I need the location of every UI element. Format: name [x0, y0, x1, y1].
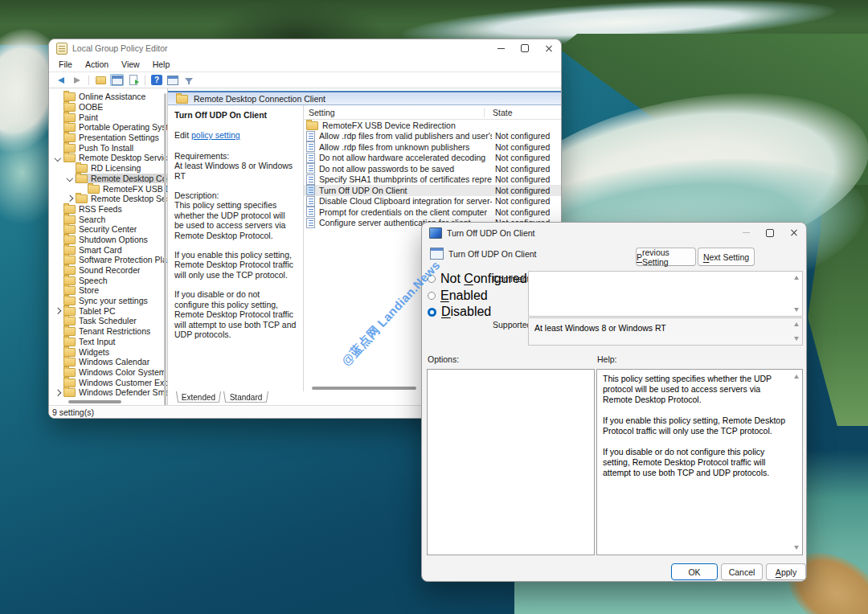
scroll-down-icon[interactable]	[794, 337, 799, 341]
folder-icon	[63, 276, 76, 285]
settings-row-disable-cloud-clipboard-integration-for-[interactable]: Disable Cloud Clipboard integration for …	[304, 196, 561, 207]
tree-item-software-protection-platform[interactable]: Software Protection Platform	[49, 255, 167, 265]
tab-standard[interactable]: Standard	[223, 391, 268, 403]
back-icon[interactable]	[54, 74, 68, 86]
tree-item-remote-desktop-connection-client[interactable]: Remote Desktop Connection Client	[49, 174, 167, 184]
settings-row-specify-sha1-thumbprints-of-certificates[interactable]: Specify SHA1 thumbprints of certificates…	[304, 174, 561, 186]
policy-dialog: Turn Off UDP On Client Turn Off UDP On C…	[421, 222, 807, 582]
tree-item-paint[interactable]: Paint	[49, 112, 167, 122]
tree-item-task-scheduler[interactable]: Task Scheduler	[49, 316, 167, 326]
tree-item-tenant-restrictions[interactable]: Tenant Restrictions	[49, 326, 167, 337]
tree-item-store[interactable]: Store	[49, 285, 167, 296]
radio-enabled[interactable]: Enabled	[428, 289, 488, 303]
console-window-icon[interactable]	[166, 74, 179, 86]
settings-row-prompt-for-credentials-on-the-client-com[interactable]: Prompt for credentials on the client com…	[304, 207, 561, 218]
apply-button[interactable]: Apply	[766, 563, 806, 580]
tree-item-speech[interactable]: Speech	[49, 275, 167, 285]
tree-item-sound-recorder[interactable]: Sound Recorder	[49, 265, 167, 276]
tree-item-oobe[interactable]: OOBE	[49, 102, 167, 113]
tree-item-tablet-pc[interactable]: Tablet PC	[49, 305, 167, 316]
tree-item-rss-feeds[interactable]: RSS Feeds	[49, 204, 167, 215]
radio-disabled[interactable]: Disabled	[428, 305, 491, 319]
scroll-down-icon[interactable]	[794, 546, 799, 550]
forward-icon[interactable]	[70, 74, 84, 86]
tree-item-rd-licensing[interactable]: RD Licensing	[49, 163, 167, 174]
folder-icon	[63, 103, 76, 112]
filter-icon[interactable]	[182, 74, 195, 86]
radio-icon[interactable]	[428, 275, 436, 283]
tree-item-label: Sound Recorder	[79, 265, 140, 275]
dialog-titlebar[interactable]: Turn Off UDP On Client	[422, 223, 806, 243]
menu-file[interactable]: File	[52, 59, 79, 69]
folder-icon	[63, 388, 76, 397]
help-icon[interactable]: ?	[151, 75, 162, 85]
maximize-button[interactable]	[513, 39, 537, 57]
radio-selected-icon[interactable]	[428, 308, 436, 317]
chevron-expanded-icon[interactable]	[64, 176, 75, 181]
gpedit-titlebar[interactable]: Local Group Policy Editor	[49, 39, 561, 57]
chevron-expanded-icon[interactable]	[52, 156, 63, 161]
show-console-tree-icon[interactable]	[110, 74, 124, 86]
tree-item-smart-card[interactable]: Smart Card	[49, 244, 167, 255]
chevron-collapsed-icon[interactable]	[52, 309, 63, 313]
scroll-up-icon[interactable]	[794, 276, 799, 280]
radio-icon[interactable]	[428, 292, 436, 300]
ok-button[interactable]: OK	[671, 563, 718, 580]
tree-item-windows-defender-smartscreen[interactable]: Windows Defender SmartScreen	[49, 387, 167, 398]
close-button[interactable]	[782, 223, 806, 243]
column-state[interactable]: State	[484, 108, 561, 117]
horizontal-scrollbar-thumb[interactable]	[312, 387, 416, 390]
close-button[interactable]	[537, 39, 561, 57]
menu-help[interactable]: Help	[146, 59, 177, 69]
minimize-button[interactable]	[489, 39, 513, 57]
tree-item-push-to-install[interactable]: Push To Install	[49, 142, 167, 153]
tree-item-remote-desktop-session-host[interactable]: Remote Desktop Session Host	[49, 194, 167, 204]
tab-extended[interactable]: Extended	[176, 391, 221, 403]
tree-item-label: RD Licensing	[91, 163, 141, 173]
tree-item-shutdown-options[interactable]: Shutdown Options	[49, 235, 167, 245]
settings-row-remotefx-usb-device-redirection[interactable]: RemoteFX USB Device Redirection	[304, 120, 561, 131]
settings-row-do-not-allow-hardware-accelerated-decodi[interactable]: Do not allow hardware accelerated decodi…	[304, 153, 561, 164]
settings-row-do-not-allow-passwords-to-be-saved[interactable]: Do not allow passwords to be savedNot co…	[304, 163, 561, 174]
folder-icon	[63, 348, 76, 357]
tree-item-search[interactable]: Search	[49, 214, 167, 224]
menu-view[interactable]: View	[115, 59, 146, 69]
column-setting[interactable]: Setting	[304, 108, 484, 117]
chevron-collapsed-icon[interactable]	[64, 196, 75, 201]
tree-item-windows-customer-experience[interactable]: Windows Customer Experience	[49, 377, 167, 387]
tree-item-remotefx-usb-device-redirection[interactable]: RemoteFX USB Device Redirection	[49, 183, 167, 194]
setting-name: Turn Off UDP On Client	[319, 186, 492, 195]
settings-row-allow-rdp-files-from-valid-publishers-an[interactable]: Allow .rdp files from valid publishers a…	[304, 131, 561, 142]
comment-input[interactable]	[528, 271, 803, 317]
vertical-scrollbar-thumb[interactable]	[164, 93, 166, 405]
tree-item-widgets[interactable]: Widgets	[49, 346, 167, 357]
maximize-button[interactable]	[758, 223, 782, 243]
settings-row-turn-off-udp-on-client[interactable]: Turn Off UDP On ClientNot configured	[304, 185, 561, 196]
up-one-level-icon[interactable]	[94, 74, 108, 86]
tree-item-windows-color-system[interactable]: Windows Color System	[49, 367, 167, 378]
tree-item-text-input[interactable]: Text Input	[49, 337, 167, 347]
menu-action[interactable]: Action	[79, 59, 115, 69]
cancel-button[interactable]: Cancel	[721, 563, 763, 580]
horizontal-scrollbar-thumb[interactable]	[68, 400, 121, 403]
tree-item-windows-calendar[interactable]: Windows Calendar	[49, 357, 167, 367]
next-setting-button[interactable]: Next Setting	[698, 248, 755, 266]
export-list-icon[interactable]	[126, 74, 140, 86]
tree-item-online-assistance[interactable]: Online Assistance	[49, 92, 167, 102]
tree-item-presentation-settings[interactable]: Presentation Settings	[49, 133, 167, 143]
scroll-up-icon[interactable]	[794, 375, 799, 379]
tree-item-portable-operating-system[interactable]: Portable Operating System	[49, 122, 167, 133]
tree-item-label: Remote Desktop Services	[79, 153, 167, 162]
setting-state: Not configured	[495, 196, 561, 206]
scroll-down-icon[interactable]	[794, 308, 799, 312]
folder-icon	[63, 307, 76, 316]
tree-item-sync-your-settings[interactable]: Sync your settings	[49, 296, 167, 306]
settings-row-allow-rdp-files-from-unknown-publishers[interactable]: Allow .rdp files from unknown publishers…	[304, 141, 561, 153]
tree-item-remote-desktop-services[interactable]: Remote Desktop Services	[49, 153, 167, 163]
policy-setting-link[interactable]: policy setting	[191, 130, 240, 140]
tree-item-security-center[interactable]: Security Center	[49, 224, 167, 235]
desktop-wallpaper-forest-right	[559, 34, 868, 215]
scroll-up-icon[interactable]	[794, 322, 799, 326]
previous-setting-button[interactable]: Previous Setting	[636, 248, 696, 266]
chevron-collapsed-icon[interactable]	[52, 391, 63, 395]
